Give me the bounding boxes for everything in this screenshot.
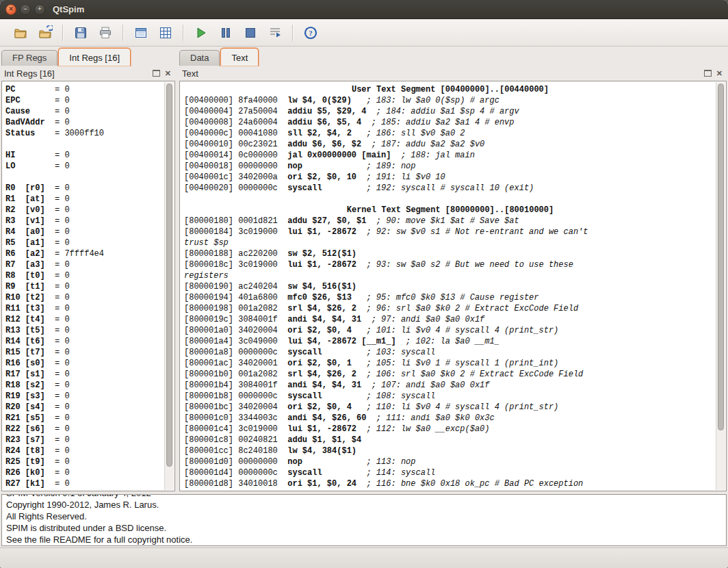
asm-address-hex: [800001bc] 34020004 <box>184 402 287 412</box>
asm-comment: ; 111: andi $a0 $k0 0x3c <box>376 413 495 423</box>
svg-text:?: ? <box>309 29 313 37</box>
tab-int-regs[interactable]: Int Regs [16] <box>58 48 131 66</box>
asm-instruction: ori $2, $0, 4 <box>287 402 352 412</box>
toolbar-separator <box>292 25 294 41</box>
float-panel-icon[interactable] <box>153 70 160 77</box>
register-value: = 0 <box>55 183 70 193</box>
register-label: R0 [r0] <box>5 183 55 194</box>
close-panel-icon[interactable]: ✕ <box>716 70 723 77</box>
console-line: Copyright 1990-2012, James R. Larus. <box>6 499 722 511</box>
asm-comment: ; 192: syscall # syscall 10 (exit) <box>366 183 534 193</box>
registers-scrollbar[interactable] <box>164 82 174 490</box>
register-row: R22 [s6]= 0 <box>5 424 165 435</box>
asm-instruction: syscall <box>287 468 322 478</box>
window-maximize-button[interactable]: + <box>34 4 45 15</box>
asm-instruction: lui $1, -28672 <box>287 424 356 434</box>
asm-comment: ; 185: addiu $a2 $a1 4 # envp <box>372 118 515 127</box>
register-label: BadVAddr <box>5 117 55 128</box>
registers-panel-titlebar[interactable]: Int Regs [16] ✕ <box>1 66 175 81</box>
register-row: R11 [t3]= 0 <box>5 303 165 314</box>
window-close-button[interactable]: ✕ <box>5 4 16 15</box>
register-label: R2 [v0] <box>5 205 55 216</box>
register-value: = 0 <box>55 380 70 390</box>
register-value: = 0 <box>55 446 70 456</box>
tab-data[interactable]: Data <box>179 50 220 66</box>
register-row: BadVAddr= 0 <box>5 117 165 128</box>
tab-text[interactable]: Text <box>220 48 259 66</box>
register-value: = 0 <box>55 402 70 412</box>
help-button[interactable]: ? <box>300 23 322 43</box>
single-step-button[interactable] <box>264 23 286 43</box>
register-label: R27 [k1] <box>5 478 55 489</box>
asm-comment: ; 95: mfc0 $k0 $13 # Cause register <box>366 293 538 302</box>
asm-instruction-row: [800001bc] 34020004 ori $2, $0, 4 ; 110:… <box>184 402 716 413</box>
register-value: = 0 <box>55 391 70 401</box>
asm-instruction: sw $2, 512($1) <box>287 249 356 259</box>
asm-comment: ; 105: li $v0 1 # syscall 1 (print_int) <box>366 359 558 368</box>
asm-instruction: lui $1, -28672 <box>287 260 356 270</box>
asm-address-hex: [00400014] 0c000000 <box>184 151 287 160</box>
asm-comment: ; 113: nop <box>366 457 415 467</box>
asm-instruction: nop <box>287 457 302 467</box>
asm-instruction-row: [80000190] ac240204 sw $4, 516($1) <box>184 281 716 292</box>
pause-button[interactable] <box>215 23 237 43</box>
print-button[interactable] <box>94 23 116 43</box>
register-label: R18 [s2] <box>5 380 55 391</box>
text-scrollbar[interactable] <box>716 82 725 490</box>
register-label: Status <box>5 128 55 139</box>
register-label: R15 [t7] <box>5 347 55 358</box>
register-label: R11 [t3] <box>5 303 55 314</box>
asm-instruction-row: [800001cc] 8c240180 lw $4, 384($1) <box>184 446 716 456</box>
register-label: R14 [t6] <box>5 336 55 347</box>
asm-instruction-row: [800001c4] 3c019000 lui $1, -28672 ; 112… <box>184 424 716 435</box>
asm-instruction: sll $2, $4, 2 <box>287 129 352 138</box>
float-panel-icon[interactable] <box>704 70 712 77</box>
register-value: = 0 <box>55 85 70 94</box>
console-text: SPIM Version 9.1 of January 4, 2012Copyr… <box>2 494 726 545</box>
toolbar-separator <box>62 25 64 41</box>
display-registers-button[interactable] <box>130 23 152 43</box>
register-value: = 0 <box>55 282 70 292</box>
register-value: = 0 <box>55 227 70 237</box>
register-row: R18 [s2]= 0 <box>5 380 165 391</box>
run-button[interactable] <box>190 23 212 43</box>
open-file-button[interactable] <box>10 23 31 43</box>
blank-row <box>184 194 716 205</box>
stop-button[interactable] <box>239 23 261 43</box>
asm-instruction: lui $4, -28672 [__m1_] <box>287 337 395 346</box>
close-panel-icon[interactable]: ✕ <box>165 70 171 77</box>
asm-instruction: srl $4, $26, 2 <box>287 304 356 313</box>
asm-comment: ; 102: la $a0 __m1_ <box>406 337 499 346</box>
asm-address-hex: [80000198] 001a2082 <box>184 304 287 313</box>
asm-address-hex: [8000018c] 3c019000 <box>184 260 287 270</box>
asm-comment: registers <box>184 271 229 281</box>
text-panel-title: Text <box>182 68 704 79</box>
asm-instruction-row: [8000018c] 3c019000 lui $1, -28672 ; 93:… <box>184 259 716 270</box>
reinitialize-and-load-button[interactable] <box>34 23 56 43</box>
save-log-button[interactable] <box>70 23 92 43</box>
asm-address-hex: [800001c8] 00240821 <box>184 435 287 445</box>
scrollbar-thumb[interactable] <box>718 83 724 430</box>
register-value: = 0 <box>55 479 70 489</box>
save-icon <box>73 25 88 40</box>
asm-comment: ; 191: li $v0 10 <box>366 172 445 182</box>
asm-comment: ; 110: li $v0 4 # syscall 4 (print_str) <box>366 402 558 412</box>
toolbar-separator <box>183 25 184 41</box>
register-label: EPC <box>5 95 55 106</box>
asm-comment: ; 101: li $v0 4 # syscall 4 (print_str) <box>366 326 558 335</box>
scrollbar-thumb[interactable] <box>166 83 172 467</box>
register-value: = 7ffff4e4 <box>55 249 104 259</box>
asm-instruction: lw $4, 384($1) <box>287 446 356 456</box>
register-row: Status= 3000ff10 <box>5 128 165 139</box>
text-panel-titlebar[interactable]: Text ✕ <box>179 66 727 81</box>
asm-instruction: mfc0 $26, $13 <box>287 293 352 302</box>
register-row: R12 [t4]= 0 <box>5 314 165 325</box>
asm-address-hex: [80000190] ac240204 <box>184 282 287 292</box>
register-label: R10 [t2] <box>5 292 55 303</box>
tab-fp-regs[interactable]: FP Regs <box>1 50 57 66</box>
register-row: R14 [t6]= 0 <box>5 336 165 347</box>
asm-comment: ; 114: syscall <box>366 468 435 478</box>
window-minimize-button[interactable]: − <box>20 4 31 15</box>
display-memory-button[interactable] <box>155 23 177 43</box>
titlebar[interactable]: ✕ − + QtSpim <box>0 0 728 19</box>
